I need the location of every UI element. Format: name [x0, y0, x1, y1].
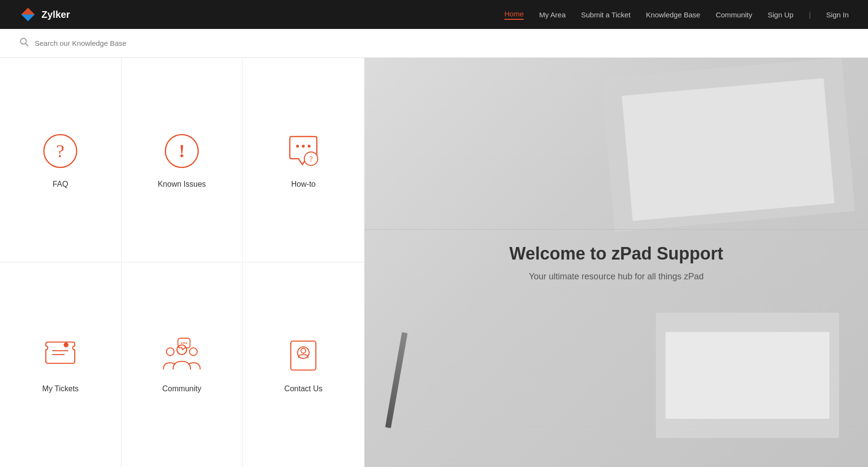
nav-sign-in[interactable]: Sign In: [826, 11, 849, 19]
svg-point-19: [183, 343, 185, 344]
desk-deco-4: [665, 332, 829, 419]
search-bar: [0, 29, 868, 58]
svg-point-18: [181, 343, 182, 344]
search-input[interactable]: [35, 39, 228, 47]
category-contact-us[interactable]: Contact Us: [243, 262, 364, 467]
known-issues-icon: !: [163, 132, 201, 170]
nav-knowledge-base[interactable]: Knowledge Base: [646, 11, 701, 19]
category-grid: ? FAQ ! Known Issues: [0, 58, 365, 467]
my-tickets-label: My Tickets: [42, 385, 79, 393]
svg-point-9: [308, 145, 311, 148]
svg-point-20: [185, 343, 187, 344]
category-community[interactable]: Community: [122, 262, 243, 467]
svg-text:!: !: [179, 141, 185, 161]
category-how-to[interactable]: ? How-to: [243, 58, 364, 262]
logo-area[interactable]: Zylker: [19, 6, 70, 23]
svg-point-8: [302, 145, 305, 148]
nav-community[interactable]: Community: [716, 11, 752, 19]
how-to-label: How-to: [291, 180, 316, 189]
logo-icon: [19, 6, 37, 23]
category-faq[interactable]: ? FAQ: [0, 58, 122, 262]
welcome-content: Welcome to zPad Support Your ultimate re…: [509, 244, 723, 282]
known-issues-label: Known Issues: [158, 180, 206, 189]
svg-point-7: [296, 145, 299, 148]
svg-point-14: [64, 343, 68, 347]
svg-line-2: [26, 43, 28, 46]
nav-divider: |: [809, 11, 811, 19]
desk-line: [365, 229, 868, 230]
category-my-tickets[interactable]: My Tickets: [0, 262, 122, 467]
nav-home[interactable]: Home: [504, 10, 524, 20]
contact-us-icon: [284, 336, 323, 375]
community-label: Community: [163, 385, 202, 393]
desk-deco-2: [622, 78, 834, 221]
my-tickets-icon: [41, 336, 80, 375]
hero-panel: Welcome to zPad Support Your ultimate re…: [365, 58, 868, 467]
nav-links: Home My Area Submit a Ticket Knowledge B…: [504, 10, 849, 20]
navbar: Zylker Home My Area Submit a Ticket Know…: [0, 0, 868, 29]
svg-text:?: ?: [56, 141, 65, 161]
how-to-icon: ?: [284, 132, 323, 170]
contact-us-label: Contact Us: [285, 385, 323, 393]
svg-point-16: [166, 348, 174, 356]
category-known-issues[interactable]: ! Known Issues: [122, 58, 243, 262]
faq-label: FAQ: [53, 180, 68, 189]
faq-icon: ?: [41, 132, 80, 170]
community-icon: [163, 336, 201, 375]
welcome-subtitle: Your ultimate resource hub for all thing…: [509, 272, 723, 282]
brand-name: Zylker: [41, 9, 70, 20]
nav-sign-up[interactable]: Sign Up: [768, 11, 793, 19]
welcome-title: Welcome to zPad Support: [509, 244, 723, 264]
svg-rect-21: [291, 341, 316, 370]
svg-text:?: ?: [310, 155, 313, 163]
main-layout: ? FAQ ! Known Issues: [0, 58, 868, 467]
svg-point-23: [301, 348, 306, 353]
nav-submit-ticket[interactable]: Submit a Ticket: [581, 11, 631, 19]
search-icon: [19, 37, 29, 49]
svg-point-17: [190, 348, 197, 356]
nav-my-area[interactable]: My Area: [539, 11, 566, 19]
